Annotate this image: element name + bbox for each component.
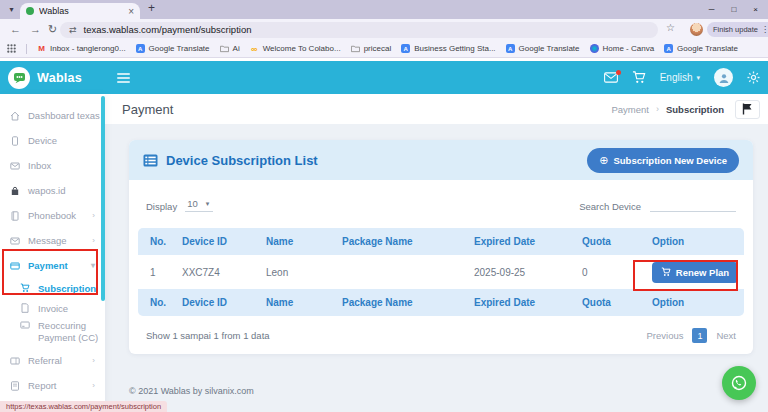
sidebar-item-referral[interactable]: Referral › <box>0 348 105 373</box>
phonebook-icon <box>10 211 22 221</box>
site-settings-icon[interactable]: ⇄ <box>69 25 77 35</box>
chevron-right-icon: › <box>92 356 95 365</box>
user-avatar[interactable] <box>714 68 733 87</box>
canva-icon <box>590 44 599 53</box>
display-count-select[interactable]: 10 ▾ <box>185 198 213 212</box>
bookmark-label: Inbox - tanglerong0... <box>50 44 126 53</box>
brand-logo-area[interactable]: Wablas <box>0 61 105 94</box>
tab-close-icon[interactable]: × <box>128 6 134 17</box>
col-header: Name <box>266 297 342 308</box>
url-text: texas.wablas.com/payment/subscription <box>84 24 252 35</box>
chevron-right-icon: › <box>92 381 95 390</box>
colab-icon: ∞ <box>250 44 259 53</box>
whatsapp-fab-button[interactable] <box>722 366 756 400</box>
sidebar-item-reoccuring-payment[interactable]: Reoccuring Payment (CC) <box>0 318 105 348</box>
tab-title: Wablas <box>39 6 123 16</box>
address-bar[interactable]: ⇄ texas.wablas.com/payment/subscription <box>60 22 658 38</box>
bookmark-folder[interactable]: pricecal <box>351 44 392 53</box>
tab-search-chevron-icon[interactable]: ▾ <box>4 3 19 16</box>
bookmark-item[interactable]: A Google Translate <box>506 44 580 53</box>
flag-button[interactable] <box>735 100 760 119</box>
breadcrumb-current: Subscription <box>666 104 724 115</box>
cell-expired-date: 2025-09-25 <box>474 267 582 278</box>
select-caret-icon: ▾ <box>206 200 210 208</box>
browser-menu-icon[interactable]: ⋮ <box>761 25 768 34</box>
bookmark-item[interactable]: A Google Translate <box>664 44 738 53</box>
language-label: English <box>660 72 693 83</box>
bookmark-label: Business Getting Sta... <box>414 44 495 53</box>
bookmark-folder[interactable]: Ai <box>220 44 240 53</box>
sidebar-item-label: Reoccuring Payment (CC) <box>38 320 100 344</box>
bookmarks-bar: M Inbox - tanglerong0... A Google Transl… <box>0 40 768 58</box>
col-header: No. <box>150 236 182 247</box>
annotation-rect-payment-menu <box>2 249 98 295</box>
cart-icon[interactable] <box>632 71 646 84</box>
col-header: No. <box>150 297 182 308</box>
breadcrumb: Payment › Subscription <box>611 94 760 124</box>
finish-update-button[interactable]: Finish update ⋮ <box>707 22 768 37</box>
table-header-row: No. Device ID Name Package Name Expired … <box>138 228 744 255</box>
settings-gear-icon[interactable] <box>747 71 760 84</box>
search-device-input[interactable] <box>650 198 736 212</box>
inbox-envelope-icon <box>10 161 22 171</box>
bookmark-item[interactable]: ∞ Welcome To Colabo... <box>250 44 341 53</box>
maximize-icon[interactable]: □ <box>731 5 736 14</box>
sidebar-item-label: Invoice <box>38 303 68 314</box>
cell-name: Leon <box>266 267 342 278</box>
apps-grid-icon[interactable] <box>7 44 16 53</box>
col-header: Expired Date <box>474 297 582 308</box>
device-subscription-card: Device Subscription List ⊕ Subscription … <box>129 140 753 354</box>
sidebar-item-invoice[interactable]: Invoice <box>0 298 105 318</box>
sidebar-item-label: Message <box>28 235 67 246</box>
new-tab-button[interactable]: + <box>148 1 155 15</box>
sidebar-item-device[interactable]: Device <box>0 128 105 153</box>
chevron-down-icon: ▾ <box>696 74 700 82</box>
pagination-page-1[interactable]: 1 <box>692 328 707 343</box>
bookmark-item[interactable]: A Business Getting Sta... <box>401 44 495 53</box>
notifications-mail-icon[interactable] <box>604 72 618 83</box>
browser-profile-avatar[interactable] <box>690 23 703 36</box>
col-header: Package Name <box>342 297 474 308</box>
gmail-icon: M <box>37 44 46 53</box>
col-header: Device ID <box>182 297 266 308</box>
card-header: Device Subscription List ⊕ Subscription … <box>129 140 753 180</box>
bookmark-label: Google Translate <box>677 44 738 53</box>
app-header: Wablas English ▾ <box>0 61 768 94</box>
sidebar-item-dashboard[interactable]: Dashboard texas <box>0 103 105 128</box>
col-header: Quota <box>582 236 652 247</box>
language-dropdown[interactable]: English ▾ <box>660 72 700 83</box>
sidebar-item-inbox[interactable]: Inbox <box>0 153 105 178</box>
pagination-next[interactable]: Next <box>716 330 736 341</box>
bookmark-item[interactable]: Home - Canva <box>590 44 655 53</box>
sidebar-item-label: Inbox <box>28 160 51 171</box>
close-icon[interactable]: × <box>753 5 758 14</box>
sidebar-item-report[interactable]: Report › <box>0 373 105 398</box>
reload-icon[interactable]: ↻ <box>48 23 57 36</box>
forward-icon[interactable]: → <box>30 23 41 35</box>
breadcrumb-parent[interactable]: Payment <box>611 104 649 115</box>
bookmark-item[interactable]: M Inbox - tanglerong0... <box>37 44 126 53</box>
bookmark-star-icon[interactable]: ☆ <box>666 22 675 33</box>
sidebar-item-phonebook[interactable]: Phonebook › <box>0 203 105 228</box>
browser-tab[interactable]: Wablas × <box>20 3 140 19</box>
sidebar-toggle-icon[interactable] <box>117 73 130 83</box>
bookmark-label: Welcome To Colabo... <box>263 44 341 53</box>
display-label: Display <box>146 201 177 212</box>
bookmark-item[interactable]: A Google Translate <box>136 44 210 53</box>
sidebar-item-label: Referral <box>28 355 62 366</box>
translate-icon: A <box>401 44 410 53</box>
breadcrumb-bar: Payment Payment › Subscription <box>0 94 768 124</box>
cell-no: 1 <box>150 267 182 278</box>
report-icon <box>10 381 22 391</box>
translate-icon: A <box>136 44 145 53</box>
col-header: Device ID <box>182 236 266 247</box>
breadcrumb-separator-icon: › <box>656 104 659 114</box>
minimize-icon[interactable]: ─ <box>709 5 715 14</box>
sidebar-item-wapos[interactable]: wapos.id <box>0 178 105 203</box>
subscription-new-device-button[interactable]: ⊕ Subscription New Device <box>587 148 739 173</box>
back-icon[interactable]: ← <box>10 23 21 35</box>
pagination-previous[interactable]: Previous <box>646 330 683 341</box>
brand-name: Wablas <box>37 71 82 85</box>
sidebar-scrollbar[interactable] <box>101 96 105 301</box>
bookmark-label: Google Translate <box>149 44 210 53</box>
